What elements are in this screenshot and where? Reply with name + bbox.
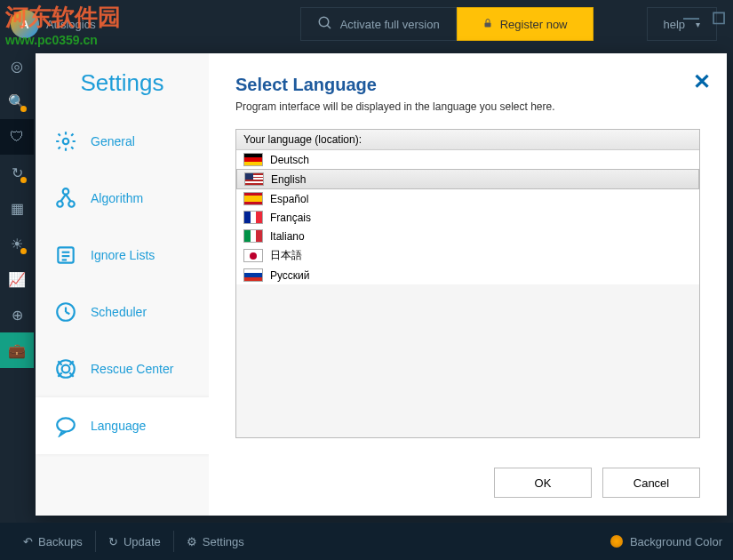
svg-point-4 [63, 188, 69, 195]
sidebar-item-label: Language [91, 419, 146, 433]
rail-icon-shield[interactable]: 🛡 [0, 119, 34, 155]
lifebuoy-icon [53, 356, 78, 381]
clock-icon [53, 300, 78, 324]
register-label: Register now [500, 18, 568, 31]
language-option[interactable]: Español [236, 189, 699, 208]
panel-subtitle: Program interface will be displayed in t… [235, 100, 700, 113]
sidebar-item-label: General [91, 134, 135, 148]
footer-label: Background Color [630, 535, 722, 548]
rail-icon-grid[interactable]: ▦ [0, 190, 34, 226]
svg-point-6 [68, 201, 75, 207]
language-option[interactable]: Русский [236, 266, 699, 284]
language-listbox[interactable]: Your language (location): DeutschEnglish… [235, 129, 700, 438]
sidebar-item-ignore-lists[interactable]: Ignore Lists [36, 227, 209, 284]
footer-label: Settings [203, 535, 244, 548]
footer-backups[interactable]: ↶ Backups [11, 535, 95, 548]
footer-label: Backups [38, 535, 83, 548]
settings-title: Settings [36, 69, 209, 97]
svg-line-15 [66, 312, 69, 314]
language-option[interactable]: English [236, 169, 699, 189]
sidebar-item-language[interactable]: Language [36, 397, 209, 454]
footer-settings[interactable]: ⚙ Settings [174, 535, 257, 548]
logo-icon: A [11, 10, 39, 38]
flag-icon [243, 268, 263, 282]
panel-title: Select Language [235, 75, 700, 95]
list-icon [53, 243, 78, 268]
rail-icon-globe[interactable]: ⊕ [0, 297, 34, 332]
settings-main: ✕ Select Language Program interface will… [209, 53, 727, 516]
flag-icon [243, 192, 263, 205]
language-label: English [271, 173, 306, 186]
gear-icon [53, 129, 78, 154]
flag-icon [243, 153, 263, 166]
rail-icon-refresh[interactable]: ↻ [0, 155, 34, 190]
close-button[interactable]: ☐ [712, 9, 726, 28]
minimize-button[interactable]: — [683, 9, 699, 28]
sidebar-item-algorithm[interactable]: Algorithm [36, 170, 209, 227]
settings-sidebar: Settings General Algorithm Ignore Lists [36, 53, 209, 516]
footer-label: Update [123, 535, 161, 548]
lock-icon [482, 17, 493, 32]
language-option[interactable]: Italiano [236, 227, 699, 245]
flag-icon [243, 229, 263, 243]
rail-icon-target[interactable]: ◎ [0, 48, 34, 84]
app-name: Auslogics [46, 18, 96, 31]
sidebar-item-rescue-center[interactable]: Rescue Center [36, 340, 209, 397]
speech-icon [53, 413, 78, 438]
language-label: Deutsch [270, 154, 309, 166]
footer-update[interactable]: ↻ Update [96, 535, 173, 548]
app-header: A Auslogics Activate full version Regist… [0, 0, 733, 48]
sidebar-item-label: Algorithm [91, 191, 143, 205]
gear-icon: ⚙ [187, 535, 197, 548]
svg-point-0 [319, 17, 329, 27]
flag-icon [244, 172, 264, 186]
svg-line-1 [327, 25, 331, 28]
undo-icon: ↶ [23, 535, 33, 548]
window-controls: — ☐ [683, 9, 726, 28]
svg-point-17 [62, 365, 70, 373]
search-icon [317, 15, 333, 34]
rail-icon-sun[interactable]: ☀ [0, 226, 34, 261]
svg-line-7 [61, 195, 66, 202]
footer-bg-color[interactable]: Background Color [610, 535, 722, 548]
flag-icon [243, 211, 263, 224]
svg-point-5 [57, 201, 63, 207]
settings-dialog: Settings General Algorithm Ignore Lists [36, 53, 727, 516]
rail-icon-search[interactable]: 🔍 [0, 84, 34, 119]
cancel-button[interactable]: Cancel [602, 468, 700, 498]
activate-button[interactable]: Activate full version [300, 7, 457, 41]
left-rail: ◎ 🔍 🛡 ↻ ▦ ☀ 📈 ⊕ 💼 [0, 48, 34, 523]
rail-icon-chart[interactable]: 📈 [0, 261, 34, 297]
dialog-close-button[interactable]: ✕ [693, 69, 711, 94]
nodes-icon [53, 186, 78, 211]
register-button[interactable]: Register now [457, 7, 594, 41]
app-footer: ↶ Backups ↻ Update ⚙ Settings Background… [0, 523, 733, 560]
sidebar-item-general[interactable]: General [36, 113, 209, 170]
app-logo: A Auslogics [11, 10, 96, 38]
language-label: Русский [270, 269, 310, 282]
language-label: Italiano [270, 230, 305, 243]
language-option[interactable]: 日本語 [236, 245, 699, 266]
refresh-icon: ↻ [108, 535, 118, 548]
language-list-header: Your language (location): [236, 130, 699, 150]
ok-button[interactable]: OK [494, 468, 592, 498]
svg-line-8 [66, 195, 70, 202]
language-label: Français [270, 212, 311, 224]
rail-icon-briefcase[interactable]: 💼 [0, 332, 34, 368]
svg-rect-2 [484, 22, 490, 27]
language-option[interactable]: Deutsch [236, 150, 699, 169]
sidebar-item-scheduler[interactable]: Scheduler [36, 284, 209, 340]
help-label: help [664, 18, 686, 31]
svg-point-3 [63, 139, 69, 145]
svg-point-22 [57, 418, 75, 431]
sidebar-item-label: Rescue Center [91, 362, 173, 376]
language-label: Español [270, 193, 308, 205]
language-option[interactable]: Français [236, 208, 699, 227]
sidebar-item-label: Ignore Lists [91, 248, 155, 262]
dialog-buttons: OK Cancel [494, 468, 700, 498]
sidebar-item-label: Scheduler [91, 305, 147, 319]
activate-label: Activate full version [340, 18, 440, 31]
flag-icon [243, 249, 263, 262]
language-label: 日本語 [270, 248, 302, 263]
color-swatch-icon [610, 535, 623, 548]
